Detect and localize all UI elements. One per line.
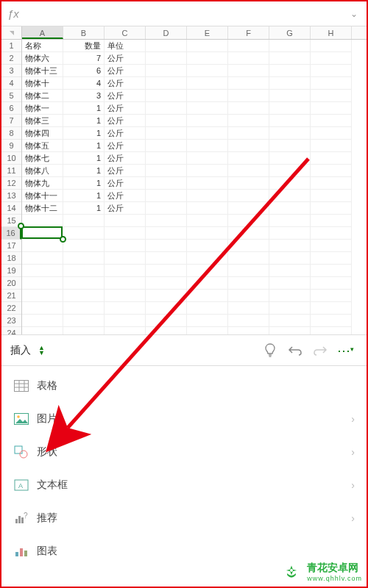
- cell[interactable]: [105, 302, 146, 315]
- cell[interactable]: 4: [63, 77, 105, 90]
- cell[interactable]: [311, 277, 352, 290]
- cell[interactable]: [146, 190, 187, 202]
- cell[interactable]: 物体十三: [22, 65, 63, 77]
- cell[interactable]: 物体一: [22, 102, 63, 115]
- cell[interactable]: [187, 327, 228, 335]
- cell[interactable]: [228, 52, 269, 65]
- cell[interactable]: [228, 215, 269, 227]
- cell[interactable]: [187, 277, 228, 290]
- cell[interactable]: [311, 65, 352, 77]
- row-header[interactable]: 1: [1, 40, 21, 52]
- cell[interactable]: [187, 165, 228, 177]
- cell[interactable]: 公斤: [105, 190, 146, 202]
- cell[interactable]: [228, 302, 269, 315]
- redo-icon[interactable]: [308, 338, 333, 363]
- menu-item-shape[interactable]: 形状›: [1, 435, 367, 468]
- cell[interactable]: [22, 327, 63, 335]
- column-header[interactable]: D: [146, 26, 187, 39]
- ribbon-more-icon[interactable]: ⋯▾: [333, 338, 358, 363]
- cell[interactable]: [311, 127, 352, 140]
- cell[interactable]: [269, 115, 311, 127]
- cell[interactable]: 物体六: [22, 52, 63, 65]
- cell[interactable]: [228, 40, 269, 52]
- cell[interactable]: [63, 315, 105, 327]
- cell[interactable]: [187, 302, 228, 315]
- selection-handle-br[interactable]: [60, 236, 66, 243]
- row-header[interactable]: 6: [1, 102, 21, 115]
- cell[interactable]: [269, 215, 311, 227]
- cell[interactable]: [146, 215, 187, 227]
- cell[interactable]: [146, 202, 187, 215]
- menu-item-recommend[interactable]: ?推荐›: [1, 501, 367, 534]
- cell[interactable]: [269, 265, 311, 277]
- cell[interactable]: [187, 315, 228, 327]
- cell[interactable]: [146, 65, 187, 77]
- row-header[interactable]: 10: [1, 152, 21, 165]
- cell[interactable]: [269, 177, 311, 190]
- cell[interactable]: [228, 265, 269, 277]
- cell[interactable]: [269, 190, 311, 202]
- row-header[interactable]: 23: [1, 315, 21, 327]
- cell[interactable]: [187, 202, 228, 215]
- cell[interactable]: [63, 240, 105, 252]
- formula-expand-icon[interactable]: ⌄: [347, 6, 361, 22]
- row-header[interactable]: 19: [1, 265, 21, 277]
- cell[interactable]: [228, 140, 269, 152]
- cell[interactable]: 7: [63, 52, 105, 65]
- cell[interactable]: [187, 40, 228, 52]
- cell[interactable]: [269, 277, 311, 290]
- cell[interactable]: 3: [63, 90, 105, 102]
- menu-item-textbox[interactable]: A文本框›: [1, 468, 367, 501]
- formula-input[interactable]: [19, 1, 347, 26]
- cell[interactable]: [269, 40, 311, 52]
- select-all-corner[interactable]: [1, 26, 22, 40]
- cell[interactable]: [269, 52, 311, 65]
- cell[interactable]: 1: [63, 140, 105, 152]
- cell[interactable]: [146, 40, 187, 52]
- cell[interactable]: [269, 290, 311, 302]
- cell[interactable]: 1: [63, 102, 105, 115]
- cell[interactable]: [22, 265, 63, 277]
- cell[interactable]: [187, 90, 228, 102]
- cell[interactable]: [187, 140, 228, 152]
- cell[interactable]: [146, 127, 187, 140]
- cell[interactable]: 物体九: [22, 177, 63, 190]
- row-header[interactable]: 20: [1, 277, 21, 290]
- cell[interactable]: 物体十二: [22, 202, 63, 215]
- cell[interactable]: [228, 290, 269, 302]
- cell[interactable]: [311, 40, 352, 52]
- cell[interactable]: [311, 227, 352, 240]
- cell[interactable]: [228, 252, 269, 265]
- cell[interactable]: [146, 165, 187, 177]
- cell[interactable]: 公斤: [105, 77, 146, 90]
- cell[interactable]: [228, 315, 269, 327]
- cell[interactable]: [311, 215, 352, 227]
- cell[interactable]: [269, 252, 311, 265]
- cell[interactable]: [187, 115, 228, 127]
- cell[interactable]: 物体四: [22, 127, 63, 140]
- row-header[interactable]: 17: [1, 240, 21, 252]
- cell[interactable]: [105, 240, 146, 252]
- cell[interactable]: 公斤: [105, 177, 146, 190]
- cell[interactable]: [269, 102, 311, 115]
- cell[interactable]: [63, 227, 105, 240]
- cell[interactable]: [311, 202, 352, 215]
- cell[interactable]: [228, 277, 269, 290]
- column-header[interactable]: H: [311, 26, 352, 39]
- cell[interactable]: [187, 290, 228, 302]
- cell[interactable]: [146, 252, 187, 265]
- cell[interactable]: 物体七: [22, 152, 63, 165]
- cell[interactable]: [187, 102, 228, 115]
- cell[interactable]: 1: [63, 115, 105, 127]
- cell[interactable]: [22, 290, 63, 302]
- column-header[interactable]: F: [228, 26, 269, 39]
- cell[interactable]: [228, 90, 269, 102]
- cell[interactable]: [311, 152, 352, 165]
- column-header[interactable]: B: [63, 26, 105, 39]
- row-header[interactable]: 18: [1, 252, 21, 265]
- cell[interactable]: 公斤: [105, 65, 146, 77]
- row-header[interactable]: 22: [1, 302, 21, 315]
- cell[interactable]: 公斤: [105, 90, 146, 102]
- cell[interactable]: [311, 177, 352, 190]
- cell[interactable]: [311, 102, 352, 115]
